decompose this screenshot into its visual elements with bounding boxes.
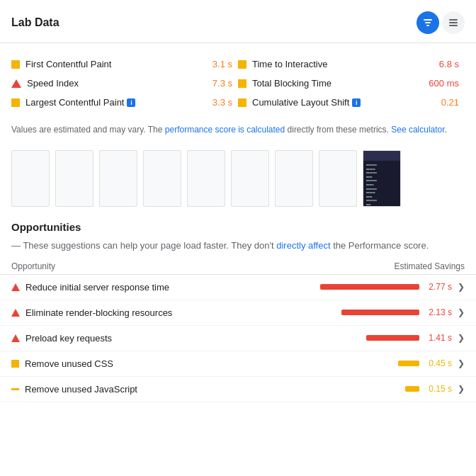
opp-right-unused-css: 0.45 s ❯ [398,358,465,368]
opportunity-row-server-response[interactable]: Reduce initial server response time 2.77… [0,275,476,300]
opp-right-server-response: 2.77 s ❯ [320,282,465,292]
note-text: Values are estimated and may vary. The p… [0,118,476,144]
metric-lcp: Largest Contentful Paint i 3.3 s [11,93,238,112]
si-value: 7.3 s [212,78,232,89]
tbt-label: Total Blocking Time [252,78,423,89]
filmstrip-frame-1 [11,150,50,207]
opp-chevron-render-blocking: ❯ [458,307,465,317]
fcp-icon [11,60,20,69]
opp-label-render-blocking: Eliminate render-blocking resources [26,307,336,318]
opp-savings-unused-js: 0.15 s [422,384,452,394]
metrics-right: Time to Interactive 6.8 s Total Blocking… [238,55,465,112]
table-header: Opportunity Estimated Savings [0,256,476,275]
opp-icon-unused-js [11,388,19,390]
metric-tti: Time to Interactive 6.8 s [238,55,465,74]
opp-chevron-server-response: ❯ [458,282,465,292]
opportunity-list: Reduce initial server response time 2.77… [0,275,476,402]
perf-score-link[interactable]: performance score is calculated [165,125,285,135]
cls-icon [238,98,246,107]
opp-right-unused-js: 0.15 s ❯ [405,384,465,394]
opp-chevron-unused-css: ❯ [458,358,465,368]
opp-icon-unused-css [11,360,19,368]
tti-value: 6.8 s [439,59,459,69]
svg-rect-2 [426,25,429,26]
svg-rect-0 [424,19,432,21]
col-opportunity: Opportunity [11,261,55,271]
lcp-value: 3.3 s [212,97,232,108]
opportunities-description: — These suggestions can help your page l… [11,239,429,253]
opportunities-title: Opportunities [11,221,81,233]
filmstrip-frame-7 [275,150,313,207]
opp-savings-render-blocking: 2.13 s [422,307,452,317]
metric-fcp: First Contentful Paint 3.1 s [11,55,238,74]
opp-bar-server-response [320,284,419,290]
directly-affect-link[interactable]: directly affect [276,240,330,251]
opp-label-unused-js: Remove unused JavaScript [25,384,400,395]
lcp-label: Largest Contentful Paint i [26,97,207,108]
opp-label-unused-css: Remove unused CSS [25,358,392,369]
opp-chevron-preload-key: ❯ [458,333,465,343]
fcp-label: First Contentful Paint [26,59,207,69]
menu-button[interactable] [442,11,465,34]
svg-rect-5 [449,25,458,26]
tti-icon [238,60,246,69]
opportunity-row-unused-js[interactable]: Remove unused JavaScript 0.15 s ❯ [0,377,476,402]
opp-label-server-response: Reduce initial server response time [26,282,314,293]
header-actions [416,11,465,34]
opp-label-preload-key: Preload key requests [26,333,361,344]
opp-icon-render-blocking [11,309,20,317]
tbt-value: 600 ms [429,78,459,89]
svg-rect-1 [425,22,431,23]
filmstrip-frame-4 [143,150,181,207]
metric-tbt: Total Blocking Time 600 ms [238,74,465,93]
opp-savings-preload-key: 1.41 s [422,333,452,343]
opp-right-render-blocking: 2.13 s ❯ [341,307,465,317]
opp-right-preload-key: 1.41 s ❯ [366,333,465,343]
filmstrip-frame-8 [319,150,357,207]
opp-icon-server-response [11,283,20,291]
tbt-icon [238,79,246,88]
header: Lab Data [0,0,476,43]
opp-chevron-unused-js: ❯ [458,384,465,394]
opp-bar-preload-key [366,335,419,341]
opportunity-row-unused-css[interactable]: Remove unused CSS 0.45 s ❯ [0,351,476,377]
menu-icon [448,17,459,28]
cls-badge: i [352,98,361,107]
cls-label: Cumulative Layout Shift i [252,97,436,108]
lcp-badge: i [127,98,135,107]
si-icon [11,79,21,88]
opp-savings-server-response: 2.77 s [422,282,452,292]
opp-savings-unused-css: 0.45 s [422,358,452,368]
opportunity-row-render-blocking[interactable]: Eliminate render-blocking resources 2.13… [0,300,476,326]
opportunities-header: Opportunities — These suggestions can he… [0,212,476,256]
opp-bar-render-blocking [341,310,419,315]
svg-rect-3 [449,19,458,21]
metric-cls: Cumulative Layout Shift i 0.21 [238,93,465,112]
tti-label: Time to Interactive [252,59,434,69]
opp-bar-unused-css [398,361,419,366]
page-title: Lab Data [11,16,60,29]
filmstrip-frame-3 [99,150,137,207]
filter-icon [422,17,434,28]
filmstrip: ■■■■■■■■■■■■■■■■■■■■■■■■■■■■■■■■■■■■■■■■… [0,144,476,212]
col-savings: Estimated Savings [395,261,465,271]
cls-value: 0.21 [441,97,459,108]
lcp-icon [11,98,20,107]
fcp-value: 3.1 s [212,59,232,69]
filter-button[interactable] [416,11,439,34]
metrics-grid: First Contentful Paint 3.1 s Speed Index… [0,43,476,118]
filmstrip-frame-6 [231,150,269,207]
svg-rect-4 [449,22,458,23]
metrics-left: First Contentful Paint 3.1 s Speed Index… [11,55,238,112]
filmstrip-frame-5 [187,150,225,207]
opp-bar-unused-js [405,386,419,392]
opp-icon-preload-key [11,334,20,342]
calculator-link[interactable]: See calculator [391,125,444,135]
opportunity-row-preload-key[interactable]: Preload key requests 1.41 s ❯ [0,326,476,351]
metric-si: Speed Index 7.3 s [11,74,238,93]
si-label: Speed Index [27,78,207,89]
filmstrip-frame-2 [55,150,94,207]
filmstrip-frame-last: ■■■■■■■■■■■■■■■■■■■■■■■■■■■■■■■■■■■■■■■■… [363,150,401,207]
